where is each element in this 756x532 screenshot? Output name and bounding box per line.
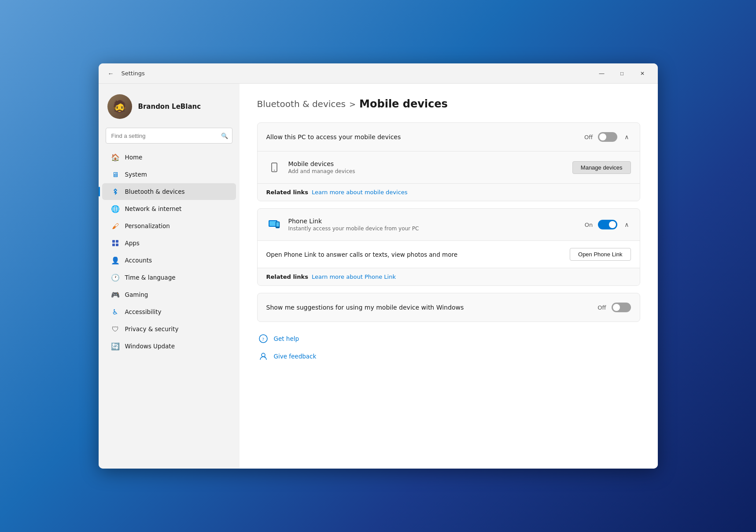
sidebar-item-label: Bluetooth & devices xyxy=(125,188,185,195)
gaming-icon: 🎮 xyxy=(111,290,120,299)
phone-link-card: Phone Link Instantly access your mobile … xyxy=(257,208,640,286)
sidebar-item-label: Accessibility xyxy=(125,308,162,315)
sidebar-item-label: Home xyxy=(125,154,143,161)
breadcrumb-current: Mobile devices xyxy=(359,98,448,110)
allow-access-toggle[interactable] xyxy=(598,132,617,142)
mobile-devices-subtitle: Add and manage devices xyxy=(288,168,572,174)
user-profile: 🧔 Brandon LeBlanc xyxy=(99,91,240,128)
search-input[interactable] xyxy=(106,128,232,144)
phone-link-open-row: Open Phone Link to answer calls or texts… xyxy=(258,240,640,268)
svg-rect-7 xyxy=(269,221,277,226)
privacy-icon: 🛡 xyxy=(111,325,120,333)
time-icon: 🕐 xyxy=(111,273,120,282)
titlebar: ← Settings — □ ✕ xyxy=(99,63,658,84)
main-content: Bluetooth & devices > Mobile devices All… xyxy=(240,84,658,469)
learn-more-mobile-devices-link[interactable]: Learn more about mobile devices xyxy=(312,189,408,196)
sidebar-item-label: Privacy & security xyxy=(125,325,179,332)
network-icon: 🌐 xyxy=(111,204,120,213)
mobile-devices-related-links: Related links Learn more about mobile de… xyxy=(258,183,640,201)
suggestions-toggle[interactable] xyxy=(612,303,631,312)
mobile-devices-row: Mobile devices Add and manage devices Ma… xyxy=(258,151,640,183)
give-feedback-link[interactable]: Give feedback xyxy=(274,353,317,360)
suggestions-title: Show me suggestions for using my mobile … xyxy=(266,304,598,311)
phone-link-open-text: Open Phone Link to answer calls or texts… xyxy=(266,251,563,258)
mobile-devices-icon xyxy=(266,159,282,175)
home-icon: 🏠 xyxy=(111,153,120,162)
learn-more-phone-link[interactable]: Learn more about Phone Link xyxy=(312,273,396,280)
sidebar-item-label: Accounts xyxy=(125,257,152,264)
manage-devices-button[interactable]: Manage devices xyxy=(572,161,631,174)
phone-link-related-label: Related links xyxy=(266,273,308,280)
breadcrumb-separator: > xyxy=(349,100,356,109)
get-help-item[interactable]: ? Get help xyxy=(257,332,640,345)
bluetooth-icon xyxy=(111,187,120,196)
window-controls: — □ ✕ xyxy=(592,66,653,81)
sidebar-item-label: Personalization xyxy=(125,222,170,229)
accounts-icon: 👤 xyxy=(111,256,120,265)
update-icon: 🔄 xyxy=(111,342,120,351)
svg-rect-10 xyxy=(276,222,279,227)
sidebar: 🧔 Brandon LeBlanc 🔍 🏠 Home 🖥 System xyxy=(99,84,240,469)
allow-access-chevron[interactable]: ∧ xyxy=(623,132,631,142)
allow-access-title: Allow this PC to access your mobile devi… xyxy=(266,133,585,140)
svg-rect-1 xyxy=(116,240,118,243)
sidebar-item-home[interactable]: 🏠 Home xyxy=(102,149,236,166)
search-box: 🔍 xyxy=(106,128,232,144)
window-title: Settings xyxy=(122,70,145,77)
system-icon: 🖥 xyxy=(111,170,120,179)
sidebar-item-time[interactable]: 🕐 Time & language xyxy=(102,269,236,286)
sidebar-item-network[interactable]: 🌐 Network & internet xyxy=(102,200,236,217)
svg-rect-0 xyxy=(112,240,115,243)
sidebar-item-apps[interactable]: Apps xyxy=(102,235,236,251)
sidebar-item-personalization[interactable]: 🖌 Personalization xyxy=(102,218,236,234)
breadcrumb-parent[interactable]: Bluetooth & devices xyxy=(257,99,346,109)
sidebar-item-label: Time & language xyxy=(125,274,176,281)
user-name: Brandon LeBlanc xyxy=(138,103,201,111)
sidebar-item-accessibility[interactable]: ♿ Accessibility xyxy=(102,303,236,320)
maximize-button[interactable]: □ xyxy=(612,66,632,81)
suggestions-toggle-label: Off xyxy=(597,304,606,311)
svg-rect-2 xyxy=(112,244,115,246)
give-feedback-item[interactable]: Give feedback xyxy=(257,350,640,362)
sidebar-item-label: Apps xyxy=(125,240,140,247)
sidebar-item-update[interactable]: 🔄 Windows Update xyxy=(102,338,236,355)
phone-link-header-row: Phone Link Instantly access your mobile … xyxy=(258,209,640,240)
sidebar-item-label: Gaming xyxy=(125,291,148,298)
svg-point-13 xyxy=(262,353,265,357)
sidebar-item-system[interactable]: 🖥 System xyxy=(102,166,236,183)
svg-rect-8 xyxy=(271,226,275,227)
phone-link-title: Phone Link xyxy=(288,218,585,225)
phone-link-subtitle: Instantly access your mobile device from… xyxy=(288,225,585,232)
footer-links: ? Get help Give feedback xyxy=(257,332,640,362)
give-feedback-icon xyxy=(257,350,269,362)
phone-link-related-links: Related links Learn more about Phone Lin… xyxy=(258,268,640,285)
get-help-link[interactable]: Get help xyxy=(274,335,299,342)
allow-access-toggle-label: Off xyxy=(584,134,593,140)
svg-text:?: ? xyxy=(262,336,264,342)
close-button[interactable]: ✕ xyxy=(632,66,653,81)
suggestions-row: Show me suggestions for using my mobile … xyxy=(258,293,640,321)
sidebar-item-accounts[interactable]: 👤 Accounts xyxy=(102,252,236,269)
sidebar-nav: 🏠 Home 🖥 System Bluetooth & devices xyxy=(99,149,240,355)
open-phone-link-button[interactable]: Open Phone Link xyxy=(570,248,631,261)
settings-window: ← Settings — □ ✕ 🧔 Brandon LeBlanc 🔍 xyxy=(99,63,658,469)
get-help-icon: ? xyxy=(257,332,269,345)
sidebar-item-bluetooth[interactable]: Bluetooth & devices xyxy=(102,183,236,200)
sidebar-item-gaming[interactable]: 🎮 Gaming xyxy=(102,286,236,303)
allow-access-row: Allow this PC to access your mobile devi… xyxy=(258,123,640,151)
mobile-devices-title: Mobile devices xyxy=(288,160,572,167)
phone-link-icon xyxy=(266,217,282,233)
apps-icon xyxy=(111,239,120,248)
phone-link-toggle[interactable] xyxy=(598,220,617,229)
suggestions-card: Show me suggestions for using my mobile … xyxy=(257,293,640,322)
allow-access-card: Allow this PC to access your mobile devi… xyxy=(257,122,640,201)
back-button[interactable]: ← xyxy=(104,66,118,81)
content-area: 🧔 Brandon LeBlanc 🔍 🏠 Home 🖥 System xyxy=(99,84,658,469)
phone-link-chevron[interactable]: ∧ xyxy=(623,219,631,230)
sidebar-item-label: Windows Update xyxy=(125,343,175,350)
sidebar-item-label: System xyxy=(125,171,147,178)
minimize-button[interactable]: — xyxy=(592,66,612,81)
related-links-label: Related links xyxy=(266,189,308,196)
personalization-icon: 🖌 xyxy=(111,222,120,230)
sidebar-item-privacy[interactable]: 🛡 Privacy & security xyxy=(102,321,236,337)
